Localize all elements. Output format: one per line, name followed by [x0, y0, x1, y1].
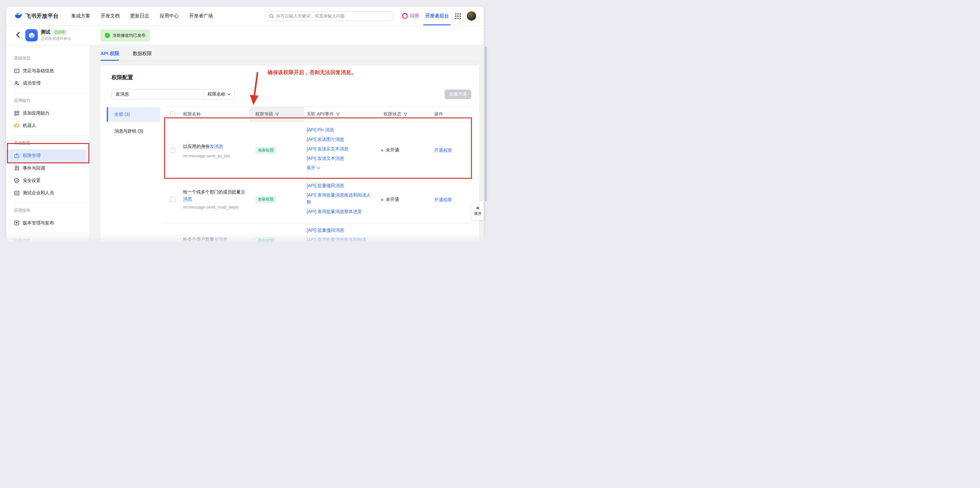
app-header: 测试 已启用 正式应用@环界云 ✓ 当前修改均已发布: [6, 25, 484, 45]
category-messages-groups[interactable]: 消息与群组 (3): [107, 124, 160, 138]
filter-funnel-icon[interactable]: [404, 112, 407, 116]
bulk-activate-button[interactable]: 批量开通: [445, 90, 471, 99]
api-link-list: [API] 批量撤回消息 [API] 查询批量消息推送和阅读人数 [API] 查…: [307, 182, 372, 217]
dev-console-link[interactable]: 开发者后台: [425, 13, 449, 19]
tab-data-permissions[interactable]: 数据权限: [133, 46, 152, 61]
nav-item-dev-square[interactable]: 开发者广场: [189, 13, 213, 19]
permission-name[interactable]: 以应用的身份发消息: [183, 143, 247, 150]
sidebar-divider: [14, 233, 87, 233]
nav-item-docs[interactable]: 开发文档: [101, 13, 120, 19]
logo-text: 飞书开放平台: [25, 12, 59, 20]
navbar-right: 问答 开发者后台: [402, 11, 476, 21]
level-badge: 免审权限: [255, 238, 276, 244]
feishu-logo[interactable]: 飞书开放平台: [14, 12, 59, 20]
expand-apis-link[interactable]: 展开: [307, 165, 372, 171]
sidebar-item-events[interactable]: 事件与回调: [6, 162, 89, 174]
row-divider: [165, 223, 471, 223]
api-link[interactable]: [API] 发送图片消息: [307, 137, 372, 142]
briefcase-lock-icon: [14, 154, 19, 158]
permission-config-card: 权限配置 权限名称 批量开通 全部 (3) 消息与群组 (3): [100, 65, 479, 244]
sidebar-group-capability: 应用能力: [6, 94, 89, 107]
api-link[interactable]: [API] 发送富文本消息: [307, 146, 372, 152]
sidebar-item-add-capability[interactable]: 添加应用能力: [6, 107, 89, 119]
api-link[interactable]: [API] 发送文本消息: [307, 156, 372, 161]
page: { "navbar": { "logo": "飞书开放平台", "items":…: [0, 0, 490, 244]
sidebar-item-permissions[interactable]: 权限管理: [6, 149, 86, 162]
permission-code: im:message:send_as_bot: [183, 154, 230, 158]
filter-funnel-icon[interactable]: [275, 112, 279, 116]
row-checkbox[interactable]: [170, 148, 175, 153]
app-enabled-badge: 已启用: [52, 29, 67, 35]
sidebar-item-label: 权限管理: [23, 153, 41, 158]
global-search-input[interactable]: 你可以输入关键词，或直接输入问题: [265, 11, 393, 21]
sidebar-item-label: 版本管理与发布: [23, 220, 54, 226]
published-status-pill: ✓ 当前修改均已发布: [100, 29, 150, 41]
api-link[interactable]: [API] 批量撤回消息: [307, 227, 372, 234]
apps-grid-icon[interactable]: [455, 13, 461, 19]
nav-item-changelog[interactable]: 更新日志: [130, 13, 149, 19]
level-badge: 免审权限: [255, 147, 276, 154]
col-header-apis[interactable]: 关联 API/事件: [307, 111, 340, 117]
row-divider: [165, 178, 471, 179]
sidebar-item-label: 凭证与基础信息: [23, 68, 54, 74]
expand-panel-label: 展开: [474, 211, 482, 217]
api-link[interactable]: [API] 查询批量消息整体进度: [307, 208, 372, 215]
api-link[interactable]: [API] 查询批量消息推送和阅读人数: [307, 192, 372, 205]
api-link[interactable]: [API] 查询批量消息推送和阅读: [307, 236, 372, 243]
activate-permission-link[interactable]: 开通权限: [434, 148, 452, 154]
level-badge: 免审权限: [255, 196, 276, 203]
api-link[interactable]: [API] Pin 消息: [307, 127, 372, 133]
sidebar-item-test-org[interactable]: 测试企业和人员: [6, 187, 89, 199]
permission-search-input[interactable]: [112, 92, 203, 97]
qa-link[interactable]: 问答: [402, 13, 419, 19]
search-placeholder: 你可以输入关键词，或直接输入问题: [276, 13, 345, 19]
vertical-scrollbar[interactable]: [485, 47, 487, 201]
permission-name[interactable]: 给多个用户批量发消息: [183, 236, 247, 243]
search-field-label: 权限名称: [208, 92, 226, 97]
red-arrow: [247, 70, 263, 107]
sidebar-divider: [14, 93, 87, 93]
grid-add-icon: [14, 111, 19, 116]
sidebar-group-dev-config: 开发配置: [6, 137, 89, 149]
col-header-status[interactable]: 权限状态: [383, 111, 407, 117]
api-link-list: [API] Pin 消息 [API] 发送图片消息 [API] 发送富文本消息 …: [307, 127, 372, 171]
user-avatar[interactable]: [466, 11, 476, 21]
check-icon: ✓: [105, 33, 110, 38]
sidebar-item-security[interactable]: 安全设置: [6, 174, 89, 187]
back-button[interactable]: [16, 32, 20, 39]
search-field-select[interactable]: 权限名称: [203, 89, 235, 99]
cube-icon: [28, 32, 35, 39]
nav-item-solutions[interactable]: 集成方案: [71, 13, 90, 19]
qa-label: 问答: [410, 13, 419, 19]
category-all[interactable]: 全部 (3): [107, 107, 160, 122]
api-link-list: [API] 批量撤回消息 [API] 查询批量消息推送和阅读: [307, 227, 372, 244]
nav-item-app-center[interactable]: 应用中心: [160, 13, 179, 19]
main-area: 基础信息 凭证与基础信息 成员管理 应用能力 添加应用能力: [6, 45, 484, 244]
sidebar: 基础信息 凭证与基础信息 成员管理 应用能力 添加应用能力: [6, 45, 90, 244]
sidebar-group-release: 应用发布: [6, 204, 89, 217]
status-dot: [381, 149, 383, 152]
tab-api-permissions[interactable]: API 权限: [100, 46, 119, 61]
sidebar-item-members[interactable]: 成员管理: [6, 77, 89, 89]
status-dot: [381, 199, 383, 201]
chevron-down-icon: [317, 167, 320, 169]
app-subtitle: 正式应用@环界云: [41, 36, 71, 41]
sidebar-item-bot[interactable]: 机器人: [6, 119, 89, 132]
nav-menu: 集成方案 开发文档 更新日志 应用中心 开发者广场: [71, 13, 213, 19]
col-header-level[interactable]: 权限等级: [255, 111, 279, 117]
expand-side-panel-button[interactable]: « 展开: [472, 201, 484, 220]
chevron-down-icon: [228, 93, 231, 95]
filter-funnel-icon[interactable]: [336, 112, 340, 116]
row-checkbox[interactable]: [170, 197, 175, 202]
sidebar-item-credentials[interactable]: 凭证与基础信息: [6, 65, 89, 77]
sidebar-item-label: 机器人: [23, 123, 36, 128]
activate-permission-link[interactable]: 开通权限: [434, 197, 452, 203]
sidebar-divider: [14, 135, 87, 136]
search-icon: [269, 14, 274, 18]
select-all-checkbox[interactable]: [170, 111, 175, 116]
permission-name[interactable]: 给一个或多个部门的成员批量发消息: [183, 188, 247, 202]
sidebar-item-version-release[interactable]: 版本管理与发布: [6, 217, 89, 229]
panel-title: 权限配置: [111, 74, 133, 81]
api-link[interactable]: [API] 批量撤回消息: [307, 182, 372, 189]
browser-window: 飞书开放平台 集成方案 开发文档 更新日志 应用中心 开发者广场 你可以输入关键…: [6, 6, 484, 244]
